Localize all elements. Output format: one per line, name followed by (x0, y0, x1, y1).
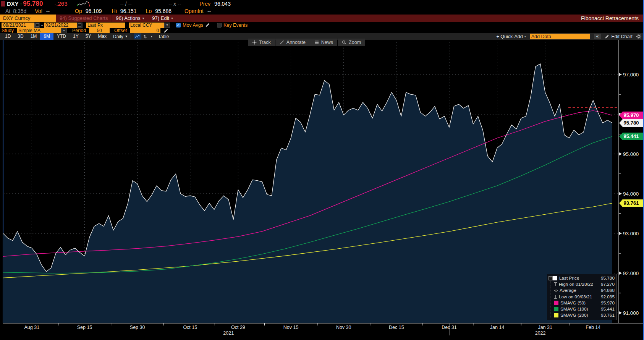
ticker-input[interactable]: DXY Curncy (0, 15, 56, 22)
legend-value: 95.970 (601, 300, 615, 306)
zoom-label: Zoom (349, 40, 361, 45)
period-input[interactable]: 50 (89, 28, 110, 33)
low-value: 95.686 (155, 8, 172, 14)
study-dropdown-button[interactable]: ▾ (61, 28, 67, 33)
security-symbol: DXY (7, 0, 19, 7)
chart-type-dropdown[interactable]: ▾ (149, 34, 154, 39)
x-axis-label: Nov 15 (283, 325, 299, 330)
security-color-block (1, 1, 5, 6)
axis-price-badge: 93.761 (619, 199, 643, 207)
legend-row[interactable]: High on 01/28/2297.270 (549, 281, 615, 287)
legend-value: 92.035 (601, 294, 615, 300)
range-tab-1Y[interactable]: 1Y (70, 33, 82, 40)
y-axis-label: 91.000 (623, 310, 639, 316)
prev-label: Prev (199, 1, 210, 7)
legend-row[interactable]: Last Price95.780 (549, 275, 615, 281)
line-chart-type-button[interactable] (134, 34, 141, 39)
axis-price-badge: 95.780 (619, 119, 643, 127)
currency-select[interactable]: Local CCY (129, 23, 164, 28)
chart-settings-bar: 08/21/2021 - 02/21/2022 Last Px Local CC… (0, 22, 644, 28)
range-tab-5Y[interactable]: 5Y (82, 33, 95, 40)
legend-row[interactable]: SMAVG (200)93.761 (549, 312, 615, 318)
edit-label: 97) Edit (152, 15, 169, 22)
mov-avgs-checkbox[interactable]: ✓ (176, 23, 181, 28)
chevron-down-icon: ▾ (142, 15, 144, 22)
legend-value: 97.270 (601, 282, 615, 287)
range-tab-Max[interactable]: Max (94, 33, 110, 40)
calendar-icon[interactable] (34, 23, 40, 28)
y-axis-label: 95.000 (623, 151, 639, 157)
x-axis-label: Aug 31 (24, 325, 40, 330)
y-axis-label: 94.000 (623, 191, 639, 197)
legend-collapse-icon[interactable] (549, 276, 553, 280)
collapse-panel-button[interactable]: « (594, 34, 601, 39)
edit-chart-button[interactable]: Edit Chart (605, 34, 633, 39)
range-tab-6M[interactable]: 6M (40, 33, 53, 40)
currency-dropdown-button[interactable]: ▾ (164, 23, 170, 28)
y-axis-label: 92.000 (623, 270, 639, 276)
legend-label: SMAVG (100) (560, 306, 601, 312)
offset-label: Offset (114, 28, 127, 33)
annotate-button[interactable]: Annotate (275, 39, 310, 46)
key-events-checkbox[interactable] (217, 23, 222, 28)
price-change: -.263 (54, 0, 67, 7)
range-tab-1M[interactable]: 1M (27, 33, 40, 40)
magnifier-icon (342, 40, 346, 45)
year-label: 2022 (535, 330, 546, 336)
bid-ask: -- / -- (120, 1, 132, 7)
legend-color-swatch-icon (554, 301, 558, 305)
legend-row[interactable]: SMAVG (50)95.970 (549, 300, 615, 306)
quick-add-button[interactable]: + Quick-Add ▾ (497, 34, 526, 39)
edit-mov-avgs-pencil-icon[interactable] (205, 23, 210, 28)
offset-input[interactable]: 0 (130, 28, 160, 33)
legend-color-swatch-icon (554, 307, 558, 311)
legend-row[interactable]: SMAVG (100)95.441 (549, 306, 615, 312)
range-tab-3D[interactable]: 3D (14, 33, 27, 40)
legend-color-swatch-icon (553, 276, 557, 280)
high-value: 96.151 (120, 8, 137, 14)
cross-field: -- x -- (168, 1, 181, 7)
track-button[interactable]: Track (248, 39, 275, 46)
annotate-label: Annotate (286, 40, 306, 45)
edit-menu[interactable]: 97) Edit▾ (148, 15, 177, 22)
chevron-down-icon: ▾ (171, 15, 173, 22)
price-field-select[interactable]: Last Px (86, 23, 125, 28)
up-down-arrows-icon (143, 34, 147, 39)
y-axis-label: 93.000 (623, 231, 639, 236)
suggested-charts-menu[interactable]: 94) Suggested Charts (56, 15, 112, 22)
legend-row[interactable]: Average94.868 (549, 287, 615, 293)
x-axis-label: Jan 14 (490, 325, 505, 330)
zoom-button[interactable]: Zoom (338, 39, 365, 46)
quote-bar: DXY ↑ 95.780 -.263 -- / -- -- x -- Prev … (0, 0, 644, 15)
legend-label: Low on 09/03/21 (559, 294, 601, 300)
sparkline-chart (77, 0, 95, 7)
key-events-label: Key Events (223, 23, 248, 28)
news-list-icon (314, 40, 319, 45)
range-tab-YTD[interactable]: YTD (53, 33, 70, 40)
x-axis-label: Jan 31 (538, 325, 552, 330)
x-axis-label: Oct 15 (183, 325, 197, 330)
edit-chart-label: Edit Chart (611, 34, 633, 39)
edit-study-pencil-icon[interactable] (163, 28, 168, 33)
legend-label: Average (560, 288, 601, 293)
axis-scale-button[interactable] (141, 34, 149, 39)
calendar-icon[interactable] (77, 23, 83, 28)
add-data-input[interactable] (530, 34, 590, 39)
at-label: At (5, 8, 10, 14)
frequency-select[interactable]: Daily ▼ (113, 34, 128, 39)
gear-icon[interactable] (636, 34, 642, 39)
range-tab-1D[interactable]: 1D (2, 33, 14, 40)
study-select[interactable]: Simple MA (17, 28, 61, 33)
crosshair-icon (252, 40, 257, 45)
study-bar: Study Simple MA ▾ Period 50 Offset 0 (0, 28, 644, 33)
actions-menu[interactable]: 96) Actions▾ (112, 15, 148, 22)
news-button[interactable]: News (310, 39, 337, 46)
price-area-fill (3, 64, 612, 323)
table-button[interactable]: Table (158, 34, 169, 39)
prev-value: 96.043 (214, 1, 231, 7)
legend-row[interactable]: Low on 09/03/2192.035 (549, 294, 615, 300)
y-tick-arrow (619, 152, 622, 155)
range-tabs: 1D3D1M6MYTD1Y5YMax (2, 33, 110, 40)
date-to-field[interactable]: 02/21/2022 (44, 23, 77, 28)
date-from-field[interactable]: 08/21/2021 (2, 23, 34, 28)
